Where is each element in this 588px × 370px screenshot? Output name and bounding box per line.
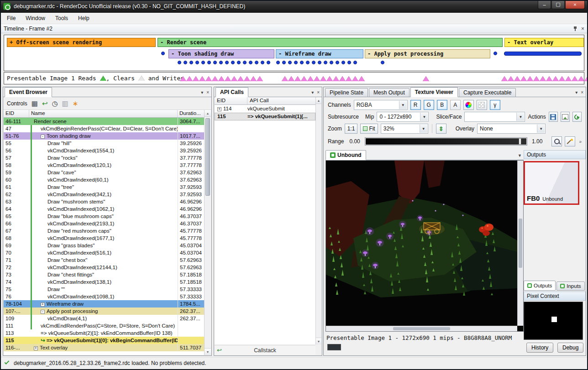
event-row[interactable]: 113=> vkQueueSubmit(2)[1]: vkEndCommandB… [4,329,204,337]
scroll-up-icon[interactable]: ▲ [205,110,211,117]
menu-tools[interactable]: Tools [50,14,73,23]
event-row[interactable]: 109vkCmdDraw(4,1)262.37... [4,315,204,322]
event-row[interactable]: 64vkCmdDrawIndexed(1062,1)46.96296 [4,205,204,213]
api-call-row[interactable]: +114vkQueueSubmit [215,105,315,113]
checker-background-button[interactable] [477,100,487,110]
scrollbar-thumb[interactable] [519,219,522,268]
refresh-button[interactable] [572,112,582,122]
event-row[interactable]: 78-104+Wireframe draw1784.5... [4,300,204,307]
tab-pipeline-state[interactable]: Pipeline State [325,88,368,97]
event-row[interactable]: 74vkCmdDrawIndexed(138,1)57.18518 [4,278,204,286]
gamma-button[interactable]: γ [490,100,500,110]
tab-texture-viewer[interactable]: Texture Viewer [410,87,458,97]
tab-capture-executable[interactable]: Capture Executable [459,88,516,97]
pixel-context-preview[interactable] [524,302,583,340]
timeline-marker-bar[interactable]: - Apply post processing [365,49,490,58]
viewport-vscrollbar[interactable] [517,161,523,326]
maximize-button[interactable]: ▢ [551,0,565,9]
filter-icon[interactable]: ▦ [31,100,38,107]
history-button[interactable]: History [526,343,553,353]
event-row[interactable]: 56vkCmdDrawIndexed(1554,1)39.25926 [4,147,204,154]
menu-file[interactable]: File [2,14,21,23]
scroll-down-icon[interactable]: ▼ [316,338,321,344]
timeline-draw-dots[interactable] [178,61,270,64]
event-row[interactable]: 111vkCmdEndRenderPass(C=Store, D=Store, … [4,322,204,329]
panel-menu-icon[interactable]: ▾ [201,90,203,95]
slice-face-select[interactable]: ▼ [464,112,525,122]
timeline-draw-dots[interactable] [493,52,497,55]
close-panel-icon[interactable]: × [206,90,209,95]
channels-select[interactable]: RGBA▼ [354,100,408,110]
event-row[interactable]: 46-111Render scene3064.7... [4,118,204,125]
range-max-value[interactable]: 1.00 [532,138,542,145]
api-calls-scrollbar[interactable]: ▲ ▼ [315,97,321,344]
zoom-1-1-button[interactable]: 1:1 [345,124,358,134]
event-row[interactable]: 62vkCmdDrawIndexed(342,1)37.92593 [4,191,204,198]
overlay-select[interactable]: None▼ [477,124,546,134]
red-channel-button[interactable]: R [410,100,421,110]
column-eid[interactable]: EID [4,110,29,117]
save-texture-button[interactable] [549,112,558,122]
event-row[interactable]: 115↪=> vkQueueSubmit(1)[0]: vkBeginComma… [4,337,204,344]
tab-outputs[interactable]: Outputs [524,281,556,291]
api-calls-column-headers[interactable]: EID API Call [215,97,315,105]
blue-channel-button[interactable]: B [437,100,447,110]
range-slider[interactable] [365,137,527,146]
fb0-thumbnail[interactable]: FB0 Unbound [524,161,579,205]
event-row[interactable]: 66vkCmdDrawIndexed(2193,1)46.37037 [4,220,204,227]
event-row[interactable]: 47vkCmdBeginRenderPass(C=Clear, D=Clear,… [4,125,204,132]
event-row[interactable]: 70vkCmdDrawIndexed(516,1)45.03704 [4,249,204,256]
event-row[interactable]: 71Draw "chest box"57.62963 [4,256,204,264]
tab-event-browser[interactable]: Event Browser [5,87,52,97]
event-row[interactable]: 75Draw ""57.33333 [4,286,204,293]
mip-select[interactable]: 0 - 1272x690▼ [377,112,429,122]
timeline-marker-bar[interactable]: - Toon shading draw [168,49,274,58]
custom-shader-button[interactable] [463,100,474,110]
autofit-range-button[interactable] [565,136,575,146]
close-panel-icon[interactable]: × [581,26,584,31]
api-call-row[interactable]: 115=> vkQueueSubmit(1)[... [215,113,315,120]
event-row[interactable]: 61Draw "tree"37.92593 [4,183,204,191]
column-duration[interactable]: Duratio... [178,110,204,117]
event-row[interactable]: 69Draw "grass blades"45.03704 [4,242,204,249]
toolbar-overflow-icon[interactable]: » [579,139,582,144]
timeline-marker-bar[interactable]: - Wireframe draw [276,49,363,58]
zoom-range-button[interactable] [551,136,562,146]
panel-menu-icon[interactable]: ▾ [575,90,578,95]
scroll-up-icon[interactable]: ▲ [316,97,321,104]
column-name[interactable]: Name [29,110,178,117]
close-panel-icon[interactable]: × [581,90,583,95]
event-browser-column-headers[interactable]: EID Name Duratio... [4,110,204,118]
event-row[interactable]: 73Draw "chest fittings"57.18518 [4,271,204,278]
pin-icon[interactable] [573,26,578,31]
bookmark-icon[interactable]: ∗ [73,100,79,107]
texture-list-chevron-icon[interactable]: ▼ [518,153,522,158]
timeline-marker-bar[interactable]: - Render scene [158,38,503,47]
alpha-channel-button[interactable]: A [450,100,461,110]
event-row[interactable]: 60vkCmdDrawIndexed(60,1)37.62963 [4,176,204,183]
green-channel-button[interactable]: G [424,100,434,110]
event-row[interactable]: 59Draw "cave"37.62963 [4,169,204,176]
range-min-value[interactable]: 0.00 [349,138,360,145]
zoom-select[interactable]: 32%▼ [381,124,428,134]
panel-menu-icon[interactable]: ▾ [311,90,314,95]
timeline-marker-bar[interactable]: + Off-screen scene rendering [7,38,156,47]
callstack-footer[interactable]: ↩ Callstack [215,345,315,355]
event-row[interactable]: 116-...+Text overlay511.7037 [4,344,204,351]
fit-button[interactable]: Fit [360,124,378,134]
column-api-call[interactable]: API Call [247,97,315,104]
scrollbar-thumb[interactable] [205,118,210,196]
close-button[interactable]: × [565,0,585,9]
menu-help[interactable]: Help [73,14,94,23]
tab-api-calls[interactable]: API Calls [215,87,248,97]
timeline-marker-bar[interactable]: - Text overlay [504,38,584,47]
timeline-track[interactable]: + Off-screen scene rendering- Render sce… [4,35,584,71]
event-row[interactable]: 72vkCmdDrawIndexed(12144,1)57.62963 [4,264,204,271]
timeline-draw-dots[interactable] [381,61,384,64]
close-panel-icon[interactable]: × [317,90,320,95]
event-row[interactable]: 67Draw "red mushroom caps"45.77778 [4,227,204,235]
time-durations-icon[interactable]: ◷ [52,100,58,107]
minimize-button[interactable]: – [538,0,551,9]
tab-unbound-texture[interactable]: Unbound [326,150,366,160]
event-row[interactable]: 55Draw "hill"39.25926 [4,140,204,147]
